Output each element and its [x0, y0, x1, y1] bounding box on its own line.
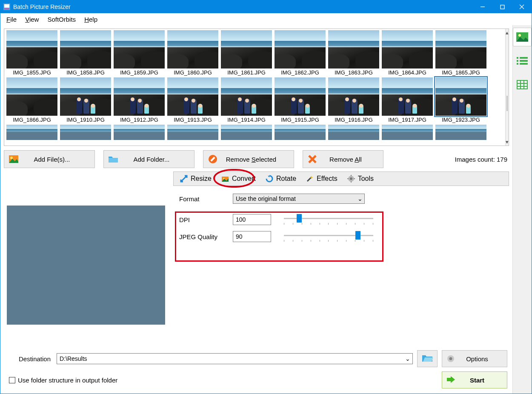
tab-effects[interactable]: Effects — [301, 173, 342, 185]
thumbnail-item[interactable] — [435, 124, 487, 140]
jpeg-quality-label: JPEG Quality — [179, 233, 229, 240]
tools-icon — [347, 174, 355, 183]
bottom-panel: Destination D:\Results ⌄ Options — [4, 348, 509, 390]
thumbnail-item[interactable] — [327, 124, 380, 140]
thumbnail-item[interactable]: IMG_1860.JPG — [166, 30, 219, 77]
thumbnail-item[interactable]: IMG_1923.JPG — [435, 77, 487, 124]
svg-rect-27 — [517, 60, 518, 62]
menu-bar: File View SoftOrbits Help — [0, 13, 532, 25]
maximize-button[interactable] — [492, 0, 512, 13]
thumbnail-item[interactable] — [113, 124, 166, 140]
thumbnail-label: IMG_1855.JPG — [13, 69, 51, 76]
thumbnail-item[interactable]: IMG_1858.JPG — [59, 30, 112, 77]
thumbnail-label: IMG_1912.JPG — [120, 117, 158, 123]
thumbnail-item[interactable]: IMG_1916.JPG — [327, 77, 380, 124]
thumbnail-image — [381, 77, 433, 116]
preview-image — [7, 206, 165, 325]
thumbnail-scrollbar[interactable]: ▴ ▾ — [505, 29, 509, 146]
thumbnail-label: IMG_1864.JPG — [388, 69, 426, 76]
add-folder-button[interactable]: Add Folder... — [103, 150, 194, 168]
dpi-label: DPI — [179, 216, 229, 223]
dpi-input[interactable] — [233, 214, 271, 225]
format-label: Format — [179, 195, 229, 203]
svg-rect-1 — [4, 4, 9, 8]
thumbnail-label: IMG_1859.JPG — [120, 69, 158, 76]
thumbnail-item[interactable]: IMG_1861.JPG — [220, 30, 273, 77]
menu-softorbits[interactable]: SoftOrbits — [44, 15, 79, 24]
thumbnail-image — [60, 30, 112, 69]
tab-bar: Resize Convert Rotate Effects — [173, 171, 509, 186]
thumbnail-item[interactable] — [274, 124, 326, 140]
thumbnail-item[interactable]: IMG_1917.JPG — [381, 77, 434, 124]
close-button[interactable] — [512, 0, 532, 13]
thumbnail-image — [435, 77, 487, 116]
thumbnail-item[interactable]: IMG_1913.JPG — [166, 77, 219, 124]
thumbnail-label: IMG_1863.JPG — [335, 69, 373, 76]
thumbnail-image — [435, 30, 487, 69]
resize-icon — [180, 174, 188, 183]
svg-point-25 — [518, 34, 521, 37]
scroll-thumb[interactable] — [506, 96, 508, 111]
thumbnail-image — [220, 30, 272, 69]
tab-convert[interactable]: Convert — [217, 173, 260, 185]
thumbnail-item[interactable]: IMG_1910.JPG — [59, 77, 112, 124]
list-view-icon — [517, 57, 528, 65]
browse-destination-button[interactable] — [417, 350, 438, 367]
folder-open-icon — [422, 354, 433, 364]
use-folder-structure-label: Use folder structure in output folder — [18, 377, 117, 384]
format-select[interactable]: Use the original format ⌄ — [233, 194, 365, 204]
destination-input[interactable]: D:\Results ⌄ — [57, 353, 413, 364]
thumbnail-item[interactable]: IMG_1866.JPG — [6, 77, 58, 124]
thumbnail-item[interactable] — [166, 124, 219, 140]
jpeg-quality-slider[interactable] — [284, 231, 373, 242]
thumbnail-item[interactable]: IMG_1912.JPG — [113, 77, 166, 124]
rotate-icon — [265, 174, 274, 183]
thumbnail-image — [274, 77, 326, 116]
thumbnail-image — [60, 77, 112, 116]
tab-tools[interactable]: Tools — [343, 173, 378, 185]
tab-rotate[interactable]: Rotate — [261, 173, 300, 185]
side-view-panel — [512, 25, 532, 394]
view-thumbnails-button[interactable] — [513, 28, 532, 46]
jpeg-quality-input[interactable] — [233, 231, 271, 242]
minimize-button[interactable] — [473, 0, 492, 13]
thumbnails-view-icon — [516, 32, 528, 42]
scroll-up-icon[interactable]: ▴ — [506, 29, 509, 36]
thumbnail-item[interactable]: IMG_1862.JPG — [274, 30, 326, 77]
folder-icon — [108, 154, 118, 164]
view-list-button[interactable] — [513, 51, 532, 70]
start-button[interactable]: Start — [442, 371, 507, 388]
thumbnail-item[interactable]: IMG_1859.JPG — [113, 30, 166, 77]
add-files-button[interactable]: Add File(s)... — [4, 150, 95, 168]
menu-view[interactable]: View — [22, 15, 42, 24]
thumbnail-label: IMG_1913.JPG — [174, 117, 212, 123]
thumbnail-item[interactable]: IMG_1864.JPG — [381, 30, 434, 77]
thumbnail-item[interactable] — [381, 124, 434, 140]
thumbnail-label: IMG_1858.JPG — [66, 69, 105, 76]
options-button[interactable]: Options — [442, 350, 507, 367]
remove-selected-button[interactable]: Remove Selected — [203, 150, 294, 168]
thumbnail-item[interactable]: IMG_1855.JPG — [6, 30, 58, 77]
thumbnail-label: IMG_1916.JPG — [335, 117, 373, 123]
use-folder-structure-checkbox[interactable] — [9, 377, 15, 383]
thumbnail-image — [6, 30, 58, 69]
thumbnail-item[interactable] — [6, 124, 58, 140]
scroll-down-icon[interactable]: ▾ — [506, 138, 509, 146]
tab-resize[interactable]: Resize — [175, 173, 216, 185]
thumbnail-image — [328, 77, 380, 116]
thumbnail-item[interactable] — [59, 124, 112, 140]
svg-rect-2 — [4, 8, 9, 9]
thumbnail-item[interactable]: IMG_1865.JPG — [435, 30, 487, 77]
thumbnail-item[interactable]: IMG_1915.JPG — [274, 77, 326, 124]
thumbnail-item[interactable]: IMG_1863.JPG — [327, 30, 380, 77]
thumbnail-image — [381, 30, 433, 69]
dpi-slider[interactable] — [284, 214, 373, 225]
app-icon — [3, 3, 11, 11]
thumbnail-image — [220, 124, 272, 140]
remove-all-button[interactable]: Remove All — [303, 150, 383, 168]
menu-file[interactable]: File — [3, 15, 20, 24]
view-details-button[interactable] — [513, 75, 532, 94]
thumbnail-item[interactable]: IMG_1914.JPG — [220, 77, 273, 124]
thumbnail-item[interactable] — [220, 124, 273, 140]
menu-help[interactable]: Help — [81, 15, 101, 24]
